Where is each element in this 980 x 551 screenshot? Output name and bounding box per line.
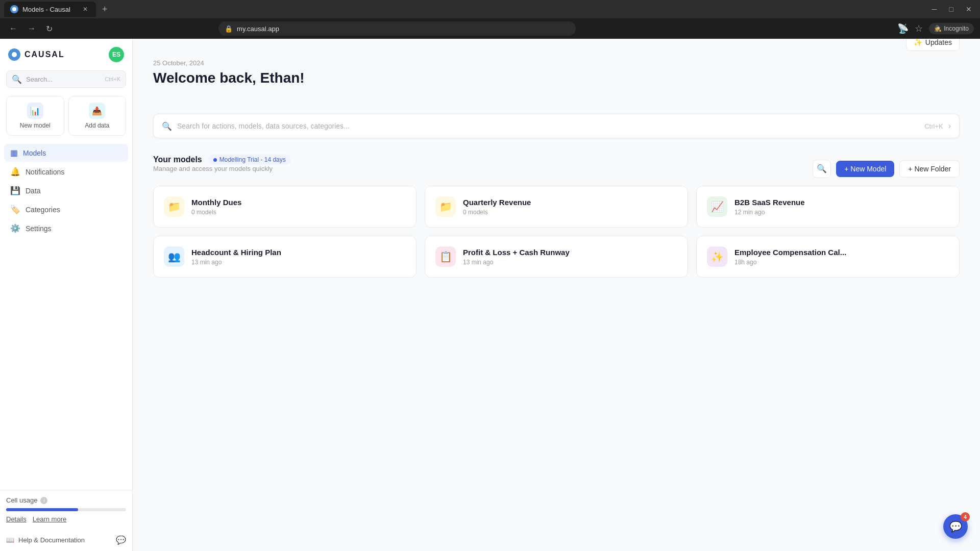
bookmark-icon[interactable]: ☆ [915, 23, 923, 34]
sidebar-item-categories[interactable]: 🏷️ Categories [4, 201, 128, 218]
back-button[interactable]: ← [6, 22, 20, 35]
chat-bubble-icon: 💬 [949, 520, 962, 533]
model-name-b2b-saas: B2B SaaS Revenue [734, 198, 949, 207]
refresh-button[interactable]: ↻ [43, 22, 56, 36]
models-search-button[interactable]: 🔍 [813, 160, 831, 178]
add-data-icon: 📥 [89, 103, 105, 119]
sidebar-footer: 📖 Help & Documentation 💬 [0, 529, 132, 551]
new-tab-button[interactable]: + [98, 2, 112, 17]
model-meta-pnl: 13 min ago [463, 259, 677, 266]
cell-usage-progress-bar [6, 508, 126, 511]
cell-usage-label: Cell usage i [6, 496, 126, 504]
trial-badge: Modelling Trial - 14 days [208, 155, 291, 165]
forward-button[interactable]: → [24, 22, 39, 35]
logo-area: CAUSAL [8, 48, 65, 61]
section-title-area: Your models Modelling Trial - 14 days Ma… [153, 155, 291, 183]
chat-badge: 4 [961, 512, 970, 521]
global-search-shortcut: Ctrl+K [924, 122, 943, 130]
global-search-icon: 🔍 [162, 121, 172, 131]
learn-more-link[interactable]: Learn more [33, 515, 66, 523]
window-controls: ─ □ ✕ [928, 4, 976, 14]
global-search-placeholder: Search for actions, models, data sources… [177, 122, 919, 130]
address-bar: ← → ↻ 🔒 my.causal.app 📡 ☆ 🕵️ Incognito [0, 18, 980, 39]
sidebar-search[interactable]: 🔍 Search... Ctrl+K [6, 70, 126, 88]
logo-icon [8, 48, 20, 61]
active-tab[interactable]: Models - Causal ✕ [4, 2, 96, 17]
models-label: Models [23, 149, 46, 157]
chat-bubble[interactable]: 💬 4 [943, 514, 968, 539]
model-card-headcount[interactable]: 👥 Headcount & Hiring Plan 13 min ago [153, 236, 416, 278]
info-icon[interactable]: i [40, 497, 47, 504]
settings-label: Settings [26, 224, 52, 233]
sidebar-item-settings[interactable]: ⚙️ Settings [4, 219, 128, 237]
model-icon-employee-comp: ✨ [707, 246, 727, 267]
models-grid: 📁 Monthly Dues 0 models 📁 Quarterly Reve… [153, 186, 960, 278]
url-input[interactable]: 🔒 my.causal.app [218, 21, 576, 36]
model-card-employee-comp[interactable]: ✨ Employee Compensation Cal... 18h ago [696, 236, 960, 278]
model-info-pnl: Profit & Loss + Cash Runway 13 min ago [463, 248, 677, 266]
sidebar-item-data[interactable]: 💾 Data [4, 182, 128, 199]
notifications-label: Notifications [26, 168, 64, 176]
model-icon-quarterly-revenue: 📁 [435, 196, 456, 217]
model-card-b2b-saas[interactable]: 📈 B2B SaaS Revenue 12 min ago [696, 186, 960, 228]
minimize-button[interactable]: ─ [928, 4, 941, 14]
updates-button[interactable]: ✨ Updates [906, 39, 960, 51]
new-model-button-label: + New Model [844, 165, 886, 173]
quick-actions: 📊 New model 📥 Add data [0, 92, 132, 140]
sidebar-bottom: Cell usage i Details Learn more [0, 490, 132, 529]
cell-usage-progress-fill [6, 508, 78, 511]
new-folder-button[interactable]: + New Folder [899, 160, 960, 178]
search-shortcut: Ctrl+K [105, 76, 120, 82]
details-link[interactable]: Details [6, 515, 27, 523]
add-data-label: Add data [85, 122, 109, 129]
model-card-quarterly-revenue[interactable]: 📁 Quarterly Revenue 0 models [425, 186, 688, 228]
page-date: 25 October, 2024 [153, 59, 305, 67]
model-card-pnl[interactable]: 📋 Profit & Loss + Cash Runway 13 min ago [425, 236, 688, 278]
tab-title: Models - Causal [22, 6, 77, 13]
add-data-quick-button[interactable]: 📥 Add data [68, 96, 127, 136]
models-section-header: Your models Modelling Trial - 14 days Ma… [153, 155, 960, 183]
trial-dot [213, 158, 217, 162]
model-meta-headcount: 13 min ago [191, 259, 406, 266]
avatar[interactable]: ES [109, 47, 124, 62]
sidebar-item-models[interactable]: ▦ Models [4, 144, 128, 162]
page-title: Welcome back, Ethan! [153, 70, 305, 86]
main-content: 25 October, 2024 Welcome back, Ethan! ✨ … [133, 39, 980, 551]
section-title: Your models [153, 155, 202, 164]
model-meta-monthly-dues: 0 models [191, 209, 406, 216]
new-model-quick-button[interactable]: 📊 New model [6, 96, 64, 136]
cast-icon[interactable]: 📡 [897, 23, 909, 34]
help-link[interactable]: 📖 Help & Documentation [6, 536, 85, 544]
logo-dot [12, 52, 17, 57]
section-subtitle: Manage and access your models quickly [153, 165, 291, 172]
model-info-headcount: Headcount & Hiring Plan 13 min ago [191, 248, 406, 266]
trial-badge-text: Modelling Trial - 14 days [219, 156, 286, 163]
cell-usage-links: Details Learn more [6, 515, 126, 523]
tab-bar: Models - Causal ✕ + ─ □ ✕ [0, 0, 980, 18]
section-title-row: Your models Modelling Trial - 14 days [153, 155, 291, 165]
new-model-button[interactable]: + New Model [836, 161, 894, 177]
welcome-header: 25 October, 2024 Welcome back, Ethan! [153, 59, 305, 102]
sidebar: CAUSAL ES 🔍 Search... Ctrl+K 📊 New model… [0, 0, 133, 551]
global-search[interactable]: 🔍 Search for actions, models, data sourc… [153, 114, 960, 138]
maximize-button[interactable]: □ [945, 4, 958, 14]
help-label: Help & Documentation [18, 536, 85, 544]
tab-close-button[interactable]: ✕ [81, 5, 90, 14]
model-name-monthly-dues: Monthly Dues [191, 198, 406, 207]
help-icon: 📖 [6, 536, 14, 544]
categories-label: Categories [26, 206, 60, 214]
close-window-button[interactable]: ✕ [962, 4, 976, 14]
updates-icon: ✨ [914, 39, 922, 46]
cell-usage-text: Cell usage [6, 496, 37, 504]
notifications-icon: 🔔 [10, 167, 20, 177]
model-meta-employee-comp: 18h ago [734, 259, 949, 266]
model-name-quarterly-revenue: Quarterly Revenue [463, 198, 677, 207]
sidebar-header: CAUSAL ES [0, 39, 132, 66]
model-meta-b2b-saas: 12 min ago [734, 209, 949, 216]
sidebar-item-notifications[interactable]: 🔔 Notifications [4, 163, 128, 181]
data-label: Data [26, 187, 41, 195]
model-card-monthly-dues[interactable]: 📁 Monthly Dues 0 models [153, 186, 416, 228]
chat-icon[interactable]: 💬 [116, 535, 126, 545]
incognito-button[interactable]: 🕵️ Incognito [929, 23, 974, 34]
model-name-pnl: Profit & Loss + Cash Runway [463, 248, 677, 257]
